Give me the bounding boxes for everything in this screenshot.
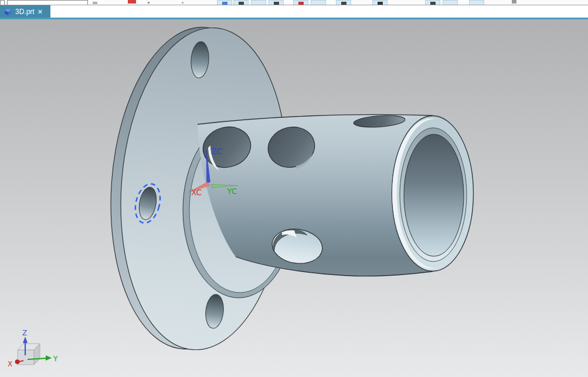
graphics-viewport[interactable]: ZC XC YC Z Y X [0,0,588,377]
wcs-zc-label: ZC [211,147,223,156]
view-z-label: Z [22,329,27,337]
wcs-yc-label: YC [226,186,237,196]
wcs-xc-label: XC [191,188,202,197]
view-x-ball[interactable] [15,359,19,364]
tube-open-end[interactable] [392,116,474,271]
view-y-label: Y [53,355,58,363]
tube-bore [404,134,464,256]
nx-window: { "tab_bar": { "active_tab": { "label": … [0,0,588,377]
view-x-label: X [8,360,12,368]
